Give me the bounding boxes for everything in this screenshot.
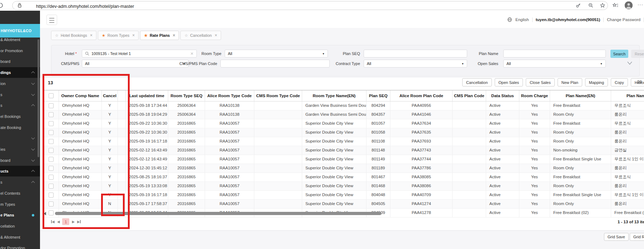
sidebar-item-ies[interactable]: ies	[0, 144, 40, 155]
sidebar-item-s[interactable]: s	[0, 89, 40, 100]
grid-reset-button[interactable]: Grid Reset	[630, 233, 644, 241]
last-page-button[interactable]: ▶	[77, 218, 81, 225]
grid-header-cell-data-status[interactable]: Data Status	[486, 90, 519, 101]
select-all-checkbox[interactable]	[49, 93, 54, 98]
row-checkbox[interactable]	[49, 103, 54, 108]
row-checkbox[interactable]	[49, 166, 54, 171]
favorites-bar-icon[interactable]	[612, 2, 619, 9]
key-icon[interactable]	[575, 3, 582, 9]
reset-button[interactable]: Reset	[631, 50, 644, 58]
tab-hotel-bookings[interactable]: ☆Hotel Bookings×	[51, 31, 96, 40]
sidebar-item-board[interactable]: board	[0, 155, 40, 166]
horizontal-scrollbar[interactable]	[55, 212, 381, 215]
grid-header-cell-last-updated-time[interactable]: Last updated time	[126, 90, 168, 101]
tab-room-types[interactable]: ★Room Types×	[98, 31, 139, 40]
grid-header-cell-owner-comp-name[interactable]: Owner Comp Name	[59, 90, 102, 101]
grid-header-cell-plan-seq[interactable]: Plan SEQ	[366, 90, 390, 101]
row-checkbox[interactable]	[49, 130, 54, 135]
prev-page-button[interactable]: ◀	[57, 218, 60, 225]
clear-icon[interactable]: ✕	[190, 51, 194, 56]
row-checkbox[interactable]	[49, 210, 54, 215]
grid-header-cell-cms-room-type-code[interactable]: CMS Room Type Code	[254, 90, 302, 101]
next-page-button[interactable]: ▶	[72, 218, 75, 225]
sidebar-item-cellation[interactable]: cellation	[0, 221, 40, 231]
star-outline-icon: ☆	[55, 33, 59, 38]
sidebar-item-s[interactable]: s	[0, 177, 40, 188]
close-icon[interactable]: ×	[90, 33, 93, 38]
avatar[interactable]	[625, 1, 633, 9]
row-checkbox[interactable]	[49, 184, 54, 189]
sidebar-item-m-types[interactable]: m Types	[0, 199, 40, 210]
sidebar-item-ate-booking[interactable]: ate Booking	[0, 122, 40, 133]
toolbar-button-copy[interactable]: Copy	[611, 78, 628, 86]
cms-pms-plan-code-input[interactable]	[220, 60, 330, 68]
tab-label: Hotel Bookings	[61, 33, 87, 38]
cms-pms-select[interactable]: All▼	[82, 60, 189, 68]
hamburger-menu-button[interactable]	[46, 15, 57, 25]
close-icon[interactable]: ×	[215, 33, 217, 38]
refresh-icon[interactable]	[0, 2, 4, 9]
grid-header-cell-alice-room-plan-code[interactable]: Alice Room Plan Code	[390, 90, 453, 101]
sidebar-item-allotment[interactable]: & Allotment	[0, 34, 40, 45]
grid-header-cell-cms-plan-code[interactable]: CMS Plan Code	[453, 90, 486, 101]
grid-header-cell-room-charge[interactable]: Room Charge	[519, 90, 550, 101]
sidebar-item-dings[interactable]: dings	[0, 67, 40, 78]
sidebar-item-dor-promotion[interactable]: dor Promotion	[0, 243, 40, 249]
zoom-out-icon[interactable]	[588, 3, 594, 9]
toolbar-button-cancellation[interactable]: Cancellation	[462, 78, 492, 86]
grid-header-cell-room-type-seq[interactable]: Room Type SEQ	[168, 90, 205, 101]
sidebar-item-e-plans[interactable]: e Plans	[0, 210, 40, 220]
sidebar-item-el-bookings[interactable]: el Bookings	[0, 111, 40, 122]
sidebar-item-ucts[interactable]: ucts	[0, 166, 40, 176]
change-password-link[interactable]: Change Password	[607, 18, 640, 22]
language-selector[interactable]: English	[515, 18, 529, 22]
current-page[interactable]: 1	[62, 218, 69, 225]
sidebar-item-allotment[interactable]: & Allotment	[0, 232, 40, 243]
toolbar-button-open-sales[interactable]: Open Sales	[495, 78, 523, 86]
hotel-search-input[interactable]: 1009135 - Test Hotel 1 ✕	[82, 50, 197, 58]
expand-filters-chevron-icon[interactable]	[626, 61, 633, 66]
toolbar-button-close-sales[interactable]: Close Sales	[526, 78, 555, 86]
close-icon[interactable]: ×	[173, 33, 175, 38]
search-button[interactable]: Search	[610, 50, 628, 58]
sidebar-item-s[interactable]: s	[0, 100, 40, 111]
row-checkbox[interactable]	[49, 148, 54, 153]
sidebar-item-board[interactable]: board	[0, 56, 40, 67]
plan-name-input[interactable]	[503, 50, 606, 58]
close-icon[interactable]: ×	[132, 33, 135, 38]
browser-menu-icon[interactable]: ···	[638, 2, 643, 7]
first-page-button[interactable]: ◀	[51, 218, 55, 225]
grid-header-cell-cancel[interactable]: Cancel	[102, 90, 118, 101]
row-checkbox[interactable]	[49, 112, 54, 117]
row-checkbox[interactable]	[49, 201, 54, 206]
room-type-select[interactable]: All▼	[225, 50, 328, 58]
grid-header-cell-plan-name-kr[interactable]: Plan Name(KR)	[611, 90, 644, 101]
hscroll-left-arrow-icon[interactable]	[44, 212, 46, 215]
toolbar-button-new-plan[interactable]: New Plan	[558, 78, 582, 86]
plan-seq-input[interactable]	[364, 50, 467, 58]
page-size-select[interactable]: 20	[637, 80, 642, 84]
row-checkbox[interactable]	[49, 139, 54, 144]
sidebar-item-or-promotion[interactable]: or Promotion	[0, 45, 40, 56]
open-sales-select[interactable]: All▼	[503, 60, 606, 68]
url-bar[interactable]: https://dev-adm.ohmyhotel.com/hotel/plan…	[12, 1, 608, 10]
tab-rate-plans[interactable]: ★Rate Plans×	[140, 31, 179, 40]
grid-header-cell-alice-room-type-code[interactable]: Alice Room Type Code	[205, 90, 254, 101]
toolbar-button-mapping[interactable]: Mapping	[585, 78, 608, 86]
sidebar-item-el-contents[interactable]: el Contents	[0, 188, 40, 199]
grid-header-cell-room-type-name-en[interactable]: Room Type Name(EN)	[302, 90, 366, 101]
tab-cancellation[interactable]: ☆Cancellation×	[180, 31, 221, 40]
user-email[interactable]: tuyen.tb@ohmyhotel.com(90051)	[536, 18, 600, 22]
row-checkbox[interactable]	[49, 121, 54, 126]
favorite-star-icon[interactable]	[600, 3, 606, 9]
row-checkbox[interactable]	[49, 157, 54, 162]
grid-header-cell-plan-name-en[interactable]: Plan Name(EN)	[550, 90, 611, 101]
sidebar-scrollbar[interactable]	[38, 39, 39, 157]
sidebar-item-ion[interactable]: ion	[0, 78, 40, 89]
contract-type-select[interactable]: All▼	[364, 60, 467, 68]
url-text[interactable]: https://dev-adm.ohmyhotel.com/hotel/plan…	[36, 4, 134, 9]
grid-save-button[interactable]: Grid Save	[604, 233, 629, 241]
row-checkbox[interactable]	[49, 175, 54, 180]
row-checkbox[interactable]	[49, 193, 54, 198]
sidebar-item-item[interactable]	[0, 133, 40, 144]
